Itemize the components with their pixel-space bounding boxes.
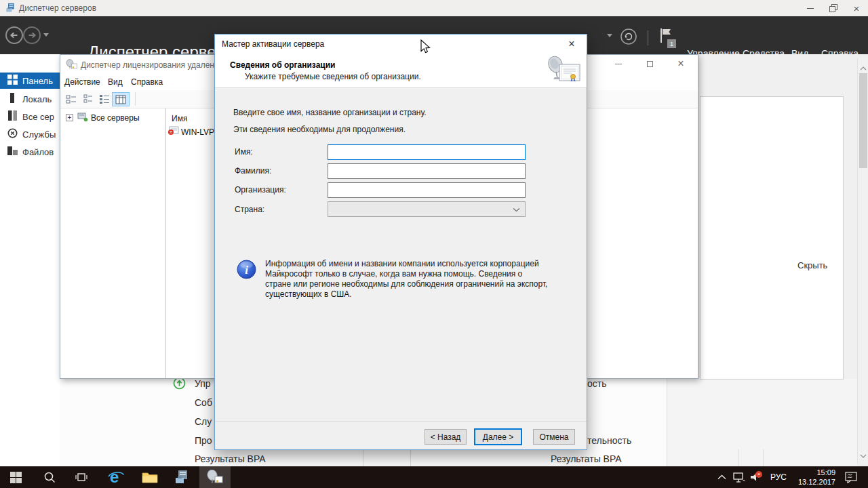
scrollbar-thumb[interactable]	[859, 73, 867, 168]
first-name-field[interactable]	[328, 144, 526, 160]
scroll-up-icon[interactable]	[860, 61, 867, 73]
network-icon[interactable]	[731, 466, 747, 488]
forward-button[interactable]	[22, 26, 41, 47]
vertical-scrollbar[interactable]	[857, 58, 868, 464]
server-manager-app-icon	[5, 3, 16, 16]
dashboard-row-events[interactable]: Соб	[195, 397, 212, 408]
wizard-subheading: Укажите требуемые сведения об организаци…	[245, 72, 421, 81]
desktop: Диспетчер серверов × Диспетчер серверов …	[0, 0, 868, 488]
sidebar-item-all-servers[interactable]: Все сер	[0, 108, 60, 125]
cancel-button[interactable]: Отмена	[533, 429, 575, 445]
dashboard-tile	[700, 96, 844, 380]
minimize-button[interactable]	[799, 0, 822, 16]
next-button[interactable]: Далее >	[474, 428, 522, 445]
toolbar-list-icon[interactable]	[97, 92, 112, 106]
dashboard-row-performance[interactable]: Про	[195, 435, 212, 446]
server-manager-taskbar-icon[interactable]	[171, 466, 194, 488]
clock-time: 15:09	[788, 468, 835, 477]
last-name-field[interactable]	[328, 163, 526, 179]
language-indicator[interactable]: РУС	[770, 472, 787, 482]
dashboard-row-bpa[interactable]: Результаты BPA	[195, 453, 266, 464]
licensing-minimize-button[interactable]	[605, 55, 632, 73]
clock[interactable]: 15:09 13.12.2017	[788, 468, 835, 487]
organization-label: Организация:	[235, 185, 286, 195]
taskbar: e × РУС 15:09 13.12.2017	[0, 466, 868, 488]
dashboard-row-services[interactable]: Слу	[195, 416, 212, 427]
licensing-manager-taskbar-icon[interactable]	[199, 466, 231, 488]
licensing-tree-panel: + Все серверы	[60, 108, 166, 378]
sidebar-item-local-server[interactable]: Локаль	[0, 91, 60, 107]
start-button[interactable]	[5, 466, 26, 488]
header-chevron-down-icon[interactable]	[607, 34, 612, 37]
wizard-close-button[interactable]: ×	[558, 35, 585, 54]
country-label: Страна:	[235, 205, 264, 214]
server-manager-titlebar: Диспетчер серверов ×	[0, 0, 868, 16]
dashboard-cell-divider	[738, 449, 738, 466]
country-dropdown[interactable]	[328, 201, 526, 217]
volume-muted-icon[interactable]: ×	[747, 466, 765, 488]
sidebar-item-dashboard[interactable]: Панель	[0, 73, 60, 89]
wizard-title: Мастер активации сервера	[222, 39, 324, 49]
wizard-titlebar: Мастер активации сервера ×	[215, 35, 587, 54]
chevron-down-icon	[513, 207, 520, 212]
first-name-label: Имя:	[235, 147, 253, 157]
dashboard-cell-divider	[763, 449, 764, 466]
internet-explorer-icon[interactable]: e	[104, 466, 127, 488]
wizard-heading: Сведения об организации	[230, 60, 335, 70]
licensing-menu-view[interactable]: Вид	[108, 77, 123, 87]
licensing-menu-action[interactable]: Действие	[64, 77, 100, 87]
manageability-up-icon	[173, 377, 186, 392]
wizard-button-divider	[215, 421, 587, 422]
all-servers-icon	[7, 110, 18, 123]
mouse-cursor	[420, 39, 431, 57]
window-title: Диспетчер серверов	[19, 3, 96, 13]
svg-text:i: i	[245, 264, 248, 277]
dashboard-cell-divider	[363, 449, 363, 466]
notification-badge[interactable]: 1	[667, 39, 676, 48]
sidebar-item-label: Все сер	[22, 112, 54, 122]
task-view-icon[interactable]	[71, 466, 92, 488]
back-button[interactable]	[5, 26, 24, 47]
scroll-down-icon[interactable]	[860, 449, 867, 461]
dashboard-row-manageability[interactable]: Упр	[195, 378, 211, 389]
dashboard-icon	[7, 75, 18, 87]
dashboard-fragment-manageability[interactable]: ость	[587, 378, 607, 389]
sidebar-item-services[interactable]: Службы	[0, 126, 60, 142]
toolbar-collapse-icon[interactable]	[81, 92, 96, 106]
licensing-app-icon	[66, 59, 77, 73]
licensing-maximize-button[interactable]	[636, 55, 663, 73]
hide-link[interactable]: Скрыть	[797, 260, 827, 270]
toolbar-tree-icon[interactable]	[64, 92, 79, 106]
notification-center-icon[interactable]	[841, 466, 861, 488]
svg-text:e: e	[110, 468, 119, 486]
server-list-item[interactable]: WIN-LVP	[181, 127, 214, 137]
search-icon[interactable]	[39, 466, 60, 488]
server-cert-error-icon	[167, 126, 179, 138]
file-services-icon	[7, 146, 18, 158]
list-column-header[interactable]: Имя	[172, 114, 187, 123]
close-button[interactable]: ×	[845, 0, 868, 16]
refresh-icon[interactable]	[620, 28, 637, 48]
tree-expand-icon[interactable]: +	[66, 114, 73, 121]
licensing-menu-help[interactable]: Справка	[131, 77, 163, 87]
mute-badge-icon: ×	[755, 471, 762, 478]
sidebar-item-label: Файлов	[22, 147, 54, 157]
menu-tools[interactable]: Средства	[743, 48, 785, 59]
dashboard-fragment-bpa[interactable]: Результаты BPA	[551, 453, 622, 464]
sidebar-item-file-services[interactable]: Файлов	[0, 144, 60, 160]
licensing-close-button[interactable]: ×	[667, 55, 694, 73]
menu-view[interactable]: Вид	[791, 48, 808, 59]
menu-help[interactable]: Справка	[821, 48, 859, 59]
organization-field[interactable]	[328, 182, 526, 198]
restore-button[interactable]	[822, 0, 845, 16]
nav-chevron-down-icon[interactable]	[43, 33, 49, 37]
last-name-label: Фамилия:	[235, 166, 271, 176]
toolbar-details-icon[interactable]	[112, 92, 130, 106]
tray-chevron-up-icon[interactable]	[715, 466, 728, 488]
file-explorer-icon[interactable]	[138, 466, 161, 488]
clock-date: 13.12.2017	[788, 477, 835, 487]
tree-root-label[interactable]: Все серверы	[91, 113, 140, 123]
dashboard-fragment-performance[interactable]: тельность	[587, 435, 631, 446]
wizard-header-divider	[215, 87, 587, 88]
back-button[interactable]: < Назад	[425, 429, 467, 445]
